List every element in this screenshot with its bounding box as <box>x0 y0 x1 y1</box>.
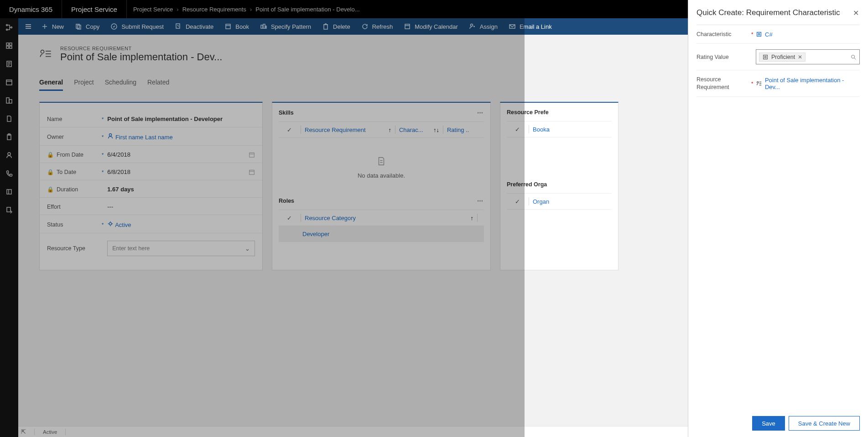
select-all-check[interactable]: ✓ <box>509 126 525 133</box>
required-icon: * <box>102 169 107 175</box>
popout-icon[interactable]: ⇱ <box>21 428 26 435</box>
select-all-check[interactable]: ✓ <box>281 215 297 221</box>
calendar-icon[interactable] <box>249 152 255 158</box>
role-link[interactable]: Developer <box>297 231 329 237</box>
skills-more-button[interactable]: ⋯ <box>477 109 484 116</box>
cmd-assign[interactable]: Assign <box>463 18 503 35</box>
svg-rect-36 <box>324 25 327 29</box>
tab-project[interactable]: Project <box>74 79 94 91</box>
breadcrumb-record[interactable]: Point of Sale implementation - Develo... <box>255 6 359 13</box>
cmd-modify-calendar[interactable]: Modify Calendar <box>398 18 463 35</box>
owner-value[interactable]: First name Last name <box>107 133 255 141</box>
breadcrumb-root[interactable]: Project Service <box>133 6 173 13</box>
resource-type-select[interactable]: Enter text here ⌄ <box>107 241 255 256</box>
col-rating[interactable]: Rating .. <box>447 126 481 133</box>
pref-grid-header: ✓ Booka <box>507 121 612 137</box>
cmd-new[interactable]: New <box>36 18 69 35</box>
rating-value-lookup[interactable]: Proficient ✕ <box>756 49 860 64</box>
sort-both-icon[interactable]: ↑↓ <box>433 126 439 133</box>
rail-clipboard-icon[interactable] <box>0 128 18 146</box>
resource-type-placeholder: Enter text here <box>112 245 150 252</box>
skills-header: Skills ⋯ <box>279 109 484 116</box>
roles-more-button[interactable]: ⋯ <box>477 197 484 204</box>
rail-phone-icon[interactable] <box>0 164 18 183</box>
col-characteristic[interactable]: Charac... <box>399 126 433 133</box>
rail-panel-icon[interactable] <box>0 183 18 201</box>
roles-grid-header: ✓ Resource Category ↑ <box>279 210 484 226</box>
required-icon: * <box>102 134 107 140</box>
cmd-refresh[interactable]: Refresh <box>356 18 399 35</box>
col-organization[interactable]: Organ <box>533 198 609 205</box>
rail-doc-icon[interactable] <box>0 55 18 73</box>
characteristic-value[interactable]: C# <box>756 31 860 38</box>
preferences-card: Resource Prefe ✓ Booka Preferred Orga ✓ … <box>500 102 619 270</box>
record-title: Point of Sale implementation - Dev... <box>60 51 222 63</box>
close-button[interactable]: ✕ <box>853 9 859 17</box>
save-button[interactable]: Save <box>752 416 785 431</box>
resource-pref-header: Resource Prefe <box>507 109 612 116</box>
search-icon[interactable] <box>850 54 857 60</box>
roles-row[interactable]: Developer <box>279 226 484 242</box>
name-value[interactable]: Point of Sale implementation - Developer <box>107 116 255 122</box>
cmd-deactivate-label: Deactivate <box>186 23 213 30</box>
general-card: Name * Point of Sale implementation - De… <box>39 102 263 270</box>
cmd-delete-label: Delete <box>333 23 350 30</box>
hamburger-button[interactable] <box>21 18 36 35</box>
save-create-new-button[interactable]: Save & Create New <box>789 416 860 431</box>
chevron-right-icon: › <box>173 6 182 13</box>
cmd-specify-pattern[interactable]: Specify Pattern <box>255 18 317 35</box>
sort-up-icon[interactable]: ↑ <box>471 215 474 221</box>
rail-dashboard-icon[interactable] <box>0 37 18 55</box>
status-value[interactable]: Active <box>107 221 255 228</box>
tag-icon <box>762 54 769 60</box>
svg-point-61 <box>757 81 759 83</box>
app-label[interactable]: Project Service <box>62 0 127 18</box>
resource-requirement-label: Resource Requirement <box>696 76 751 91</box>
required-icon: * <box>751 32 756 37</box>
to-date-label: 🔒To Date <box>47 169 102 175</box>
svg-rect-13 <box>6 98 9 103</box>
tab-scheduling[interactable]: Scheduling <box>105 79 136 91</box>
cmd-book[interactable]: Book <box>219 18 255 35</box>
resource-requirement-value[interactable]: Point of Sale implementation - Dev... <box>756 77 860 90</box>
cmd-delete[interactable]: Delete <box>317 18 356 35</box>
cmd-email-link[interactable]: Email a Link <box>503 18 557 35</box>
lookup-icon <box>756 31 762 37</box>
tab-related[interactable]: Related <box>147 79 169 91</box>
to-date-value[interactable]: 6/8/2018 <box>107 168 249 175</box>
cmd-assign-label: Assign <box>480 23 498 30</box>
col-bookable[interactable]: Booka <box>533 126 609 133</box>
calendar-icon[interactable] <box>249 169 255 175</box>
copy-icon <box>75 23 82 30</box>
sort-up-icon[interactable]: ↑ <box>388 126 391 133</box>
skills-roles-card: Skills ⋯ ✓ Resource Requirement ↑ Charac… <box>272 102 491 270</box>
rail-calendar-icon[interactable] <box>0 73 18 91</box>
svg-point-52 <box>109 222 112 225</box>
rail-page-icon[interactable] <box>0 110 18 128</box>
effort-value[interactable]: --- <box>107 203 255 210</box>
cmd-deactivate[interactable]: Deactivate <box>169 18 219 35</box>
cmd-calendar-label: Modify Calendar <box>415 23 458 30</box>
calendar-icon <box>404 23 411 30</box>
cmd-submit-request[interactable]: Submit Request <box>105 18 169 35</box>
col-resource-requirement[interactable]: Resource Requirement <box>305 126 388 133</box>
from-date-value[interactable]: 6/4/2018 <box>107 151 249 158</box>
rail-org-icon[interactable] <box>0 91 18 110</box>
from-date-label: 🔒From Date <box>47 152 102 158</box>
svg-rect-33 <box>261 25 263 28</box>
brand-label[interactable]: Dynamics 365 <box>0 0 62 18</box>
breadcrumb-entity[interactable]: Resource Requirements <box>182 6 246 13</box>
rail-sitemap-icon[interactable] <box>0 18 18 37</box>
rail-export-icon[interactable] <box>0 201 18 219</box>
rail-person-icon[interactable] <box>0 146 18 164</box>
cmd-copy-label: Copy <box>86 23 99 30</box>
entity-icon <box>756 80 762 87</box>
cmd-copy[interactable]: Copy <box>69 18 105 35</box>
plus-icon <box>41 23 48 30</box>
select-all-check[interactable]: ✓ <box>509 198 525 205</box>
col-resource-category[interactable]: Resource Category <box>305 215 471 221</box>
remove-tag-button[interactable]: ✕ <box>798 54 802 60</box>
quick-create-panel: Quick Create: Requirement Characteristic… <box>688 0 868 437</box>
tab-general[interactable]: General <box>39 79 63 91</box>
select-all-check[interactable]: ✓ <box>281 126 297 133</box>
